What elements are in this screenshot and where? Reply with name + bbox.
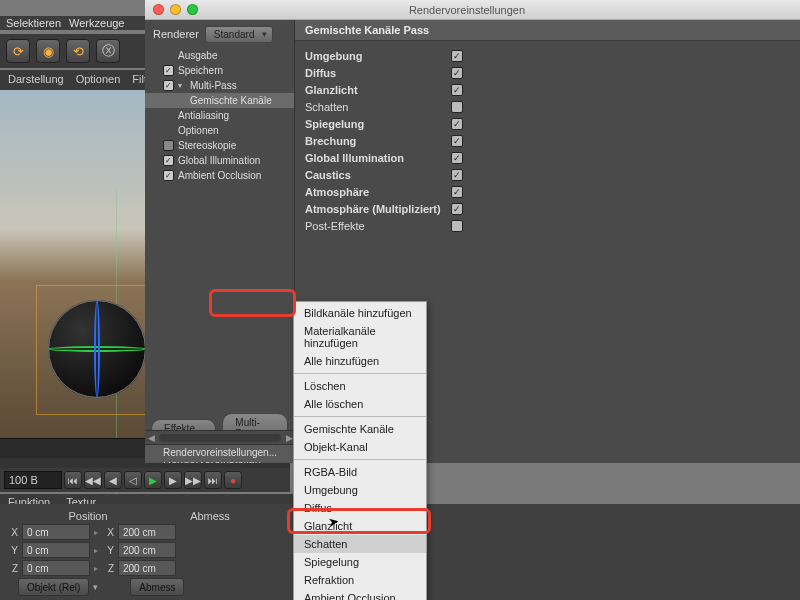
disclosure-icon[interactable]: ▾ — [178, 81, 186, 90]
pass-checkbox[interactable]: ✓ — [451, 135, 463, 147]
zoom-window-icon[interactable] — [187, 4, 198, 15]
menu-item[interactable]: Schatten — [294, 535, 426, 553]
tree-item[interactable]: Antialiasing — [145, 108, 294, 123]
checkbox-icon[interactable] — [163, 140, 174, 151]
render-settings-window: Renderer Standard Ausgabe✓Speichern✓▾Mul… — [145, 20, 800, 463]
pass-row[interactable]: Spiegelung✓ — [305, 115, 790, 132]
pass-row[interactable]: Diffus✓ — [305, 64, 790, 81]
checkbox-icon[interactable]: ✓ — [163, 65, 174, 76]
viewport[interactable] — [0, 90, 145, 438]
menu-item[interactable]: Löschen — [294, 377, 426, 395]
menu-item[interactable]: Ambient Occlusion — [294, 589, 426, 600]
stepper-icon[interactable]: ▸ — [94, 528, 98, 537]
pass-checkbox[interactable]: ✓ — [451, 50, 463, 62]
prev-frame-icon[interactable]: ◀ — [104, 471, 122, 489]
tree-scrollbar[interactable]: ◀ ▶ — [145, 430, 295, 444]
menu-item[interactable]: Gemischte Kanäle — [294, 420, 426, 438]
pass-checkbox[interactable] — [451, 101, 463, 113]
render-pv-icon[interactable]: ⟲ — [66, 39, 90, 63]
menu-item[interactable]: Glanzlicht — [294, 517, 426, 535]
menu-item[interactable]: Materialkanäle hinzufügen — [294, 322, 426, 352]
coord-mode-button[interactable]: Objekt (Rel) — [18, 578, 89, 596]
render-settings-tree[interactable]: Ausgabe✓Speichern✓▾Multi-PassGemischte K… — [145, 48, 294, 232]
tree-item[interactable]: ✓Ambient Occlusion — [145, 168, 294, 183]
pass-row[interactable]: Caustics✓ — [305, 166, 790, 183]
coord-pos-input[interactable] — [22, 560, 90, 576]
checkbox-icon[interactable]: ✓ — [163, 80, 174, 91]
play-back-icon[interactable]: ◁ — [124, 471, 142, 489]
menu-tools[interactable]: Werkzeuge — [69, 17, 124, 29]
menu-item[interactable]: Refraktion — [294, 571, 426, 589]
sphere-object[interactable] — [48, 300, 146, 398]
multipass-context-menu[interactable]: Bildkanäle hinzufügenMaterialkanäle hinz… — [293, 301, 427, 600]
menu-item[interactable]: Spiegelung — [294, 553, 426, 571]
prev-key-icon[interactable]: ◀◀ — [84, 471, 102, 489]
pass-checkbox[interactable]: ✓ — [451, 84, 463, 96]
coord-size-input[interactable] — [118, 560, 176, 576]
scroll-left-icon[interactable]: ◀ — [145, 433, 157, 443]
pass-row[interactable]: Atmosphäre✓ — [305, 183, 790, 200]
pass-checkbox[interactable]: ✓ — [451, 203, 463, 215]
tree-item[interactable]: ✓Speichern — [145, 63, 294, 78]
pass-checkbox[interactable]: ✓ — [451, 169, 463, 181]
tree-item[interactable]: Optionen — [145, 123, 294, 138]
pass-checkbox[interactable]: ✓ — [451, 67, 463, 79]
play-icon[interactable]: ▶ — [144, 471, 162, 489]
menu-item[interactable]: RGBA-Bild — [294, 463, 426, 481]
pass-row[interactable]: Brechung✓ — [305, 132, 790, 149]
tab-darstellung[interactable]: Darstellung — [8, 73, 64, 87]
pass-row[interactable]: Schatten — [305, 98, 790, 115]
scroll-track[interactable] — [159, 434, 281, 442]
renderer-dropdown[interactable]: Standard — [205, 26, 274, 43]
checkbox-icon[interactable]: ✓ — [163, 155, 174, 166]
pass-checkbox[interactable]: ✓ — [451, 152, 463, 164]
pass-label: Post-Effekte — [305, 220, 447, 232]
stepper-icon[interactable]: ▸ — [94, 564, 98, 573]
tree-item[interactable]: Ausgabe — [145, 48, 294, 63]
tree-item[interactable]: Stereoskopie — [145, 138, 294, 153]
pass-label: Caustics — [305, 169, 447, 181]
coord-pos-input[interactable] — [22, 524, 90, 540]
host-menu-bar[interactable]: Selektieren Werkzeuge — [0, 16, 145, 30]
pass-row[interactable]: Atmosphäre (Multipliziert)✓ — [305, 200, 790, 217]
stepper-icon[interactable]: ▸ — [94, 546, 98, 555]
current-frame-field[interactable] — [4, 471, 62, 489]
pass-row[interactable]: Glanzlicht✓ — [305, 81, 790, 98]
menu-item[interactable]: Bildkanäle hinzufügen — [294, 304, 426, 322]
pass-label: Global Illumination — [305, 152, 447, 164]
pass-row[interactable]: Post-Effekte — [305, 217, 790, 234]
tree-item[interactable]: Gemischte Kanäle — [145, 93, 294, 108]
menu-item[interactable]: Diffus — [294, 499, 426, 517]
menu-item[interactable]: Alle löschen — [294, 395, 426, 413]
coord-size-input[interactable] — [118, 524, 176, 540]
checkbox-icon[interactable]: ✓ — [163, 170, 174, 181]
minimize-window-icon[interactable] — [170, 4, 181, 15]
goto-end-icon[interactable]: ⏭ — [204, 471, 222, 489]
next-key-icon[interactable]: ▶▶ — [184, 471, 202, 489]
menu-item[interactable]: Umgebung — [294, 481, 426, 499]
host-view-tabs[interactable]: Darstellung Optionen Filt — [0, 70, 145, 90]
pass-checkbox[interactable]: ✓ — [451, 186, 463, 198]
tree-item[interactable]: ✓Global Illumination — [145, 153, 294, 168]
pass-checkbox[interactable] — [451, 220, 463, 232]
record-icon[interactable]: ● — [224, 471, 242, 489]
menu-item[interactable]: Objekt-Kanal — [294, 438, 426, 456]
close-window-icon[interactable] — [153, 4, 164, 15]
goto-start-icon[interactable]: ⏮ — [64, 471, 82, 489]
pass-row[interactable]: Umgebung✓ — [305, 47, 790, 64]
tree-item[interactable]: ✓▾Multi-Pass — [145, 78, 294, 93]
render-icon[interactable]: ⟳ — [6, 39, 30, 63]
tab-optionen[interactable]: Optionen — [76, 73, 121, 87]
menu-select[interactable]: Selektieren — [6, 17, 61, 29]
next-frame-icon[interactable]: ▶ — [164, 471, 182, 489]
render-settings-footer[interactable]: Rendervoreinstellungen... — [145, 444, 295, 462]
render-stop-icon[interactable]: ⓧ — [96, 39, 120, 63]
pass-checkbox[interactable]: ✓ — [451, 118, 463, 130]
render-region-icon[interactable]: ◉ — [36, 39, 60, 63]
tree-item-label: Speichern — [178, 65, 223, 76]
coord-size-input[interactable] — [118, 542, 176, 558]
coord-pos-input[interactable] — [22, 542, 90, 558]
coord-size-button[interactable]: Abmess — [130, 578, 184, 596]
pass-row[interactable]: Global Illumination✓ — [305, 149, 790, 166]
menu-item[interactable]: Alle hinzufügen — [294, 352, 426, 370]
